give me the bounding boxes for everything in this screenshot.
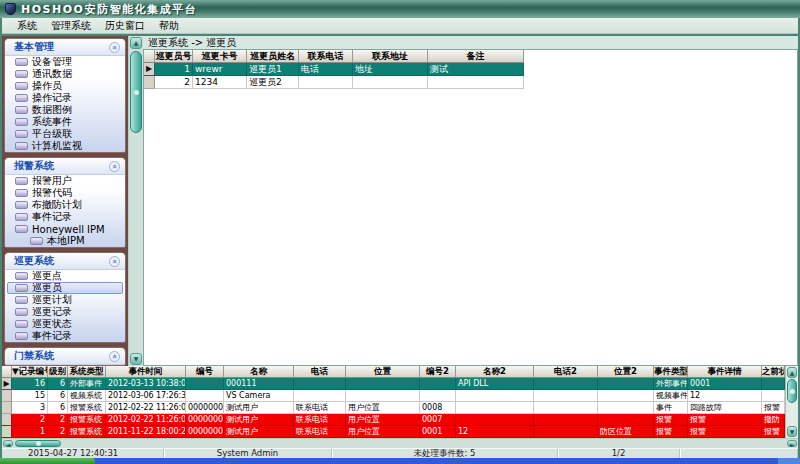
event-cell[interactable]: 报警 bbox=[688, 426, 762, 438]
patrol-cell[interactable]: 巡更员2 bbox=[247, 76, 299, 89]
scroll-right-icon[interactable]: ► bbox=[787, 440, 797, 447]
event-cell[interactable] bbox=[762, 378, 785, 390]
event-cell[interactable]: 联系电话 bbox=[294, 426, 346, 438]
patrol-row-selector[interactable] bbox=[144, 76, 155, 89]
patrol-column-header[interactable]: 备注 bbox=[428, 50, 524, 63]
events-scroll-thumb[interactable] bbox=[787, 379, 797, 403]
patrol-cell[interactable]: 地址 bbox=[353, 63, 428, 76]
event-cell[interactable]: 报警 bbox=[654, 426, 688, 438]
taskbar-tray[interactable] bbox=[778, 458, 800, 464]
event-cell[interactable]: 2012-02-22 11:26:02 bbox=[106, 402, 186, 414]
events-hscroll-thumb[interactable] bbox=[15, 440, 61, 447]
event-cell[interactable]: 视频事件 bbox=[654, 390, 688, 402]
event-cell[interactable] bbox=[534, 378, 598, 390]
event-cell[interactable]: 2012-03-13 10:38:04 bbox=[106, 378, 186, 390]
menu-item[interactable]: 管理系统 bbox=[44, 18, 98, 34]
sidebar-scroll-thumb[interactable] bbox=[130, 51, 142, 133]
sidebar-item[interactable]: 本地IPM bbox=[7, 235, 123, 247]
event-cell[interactable] bbox=[534, 390, 598, 402]
menu-item[interactable]: 帮助 bbox=[152, 18, 186, 34]
sidebar-item[interactable]: 计算机监视 bbox=[7, 140, 123, 152]
event-row-selector[interactable] bbox=[2, 390, 12, 402]
patrol-column-header[interactable]: 联系电话 bbox=[299, 50, 353, 63]
event-cell[interactable] bbox=[294, 378, 346, 390]
event-cell[interactable]: 2012-02-22 11:26:02 bbox=[106, 414, 186, 426]
event-cell[interactable]: 16 bbox=[12, 378, 48, 390]
sidebar-item[interactable]: 巡更点 bbox=[7, 270, 123, 282]
patrol-cell[interactable] bbox=[428, 76, 524, 89]
event-cell[interactable]: 000111 bbox=[224, 378, 294, 390]
event-cell[interactable]: 报警系统 bbox=[68, 414, 106, 426]
title-bar[interactable]: HOSHOO安防智能化集成平台 bbox=[0, 0, 800, 18]
menu-item[interactable]: 系统 bbox=[10, 18, 44, 34]
events-hscrollbar[interactable]: ◄ ► bbox=[2, 438, 798, 448]
event-column-header[interactable]: 电话 bbox=[294, 366, 346, 378]
event-cell[interactable] bbox=[534, 414, 598, 426]
event-cell[interactable]: 报警 bbox=[688, 414, 762, 426]
event-cell[interactable]: 0008 bbox=[420, 402, 456, 414]
event-cell[interactable]: 00000003 bbox=[186, 426, 224, 438]
event-cell[interactable]: 3 bbox=[12, 402, 48, 414]
event-cell[interactable]: 6 bbox=[48, 378, 68, 390]
patrol-cell[interactable]: wrewr bbox=[193, 63, 247, 76]
event-cell[interactable] bbox=[456, 402, 534, 414]
patrol-cell[interactable]: 电话 bbox=[299, 63, 353, 76]
event-cell[interactable]: 联系电话 bbox=[294, 402, 346, 414]
event-cell[interactable]: 12 bbox=[688, 390, 762, 402]
patrol-column-header[interactable]: 巡更卡号 bbox=[193, 50, 247, 63]
event-cell[interactable] bbox=[186, 378, 224, 390]
event-column-header[interactable]: 事件时间 bbox=[106, 366, 186, 378]
event-cell[interactable] bbox=[420, 378, 456, 390]
patrol-cell[interactable]: 巡更员1 bbox=[247, 63, 299, 76]
collapse-icon[interactable]: « bbox=[109, 351, 120, 362]
sidebar-item[interactable]: 通讯数据 bbox=[7, 68, 123, 80]
event-cell[interactable]: 测试用户 bbox=[224, 414, 294, 426]
event-cell[interactable]: 测试用户 bbox=[224, 402, 294, 414]
event-column-header[interactable]: 编号 bbox=[186, 366, 224, 378]
event-cell[interactable]: VS Camera bbox=[224, 390, 294, 402]
event-cell[interactable]: 视频系统 bbox=[68, 390, 106, 402]
event-column-header[interactable]: 之前状 bbox=[762, 366, 785, 378]
event-cell[interactable]: 2011-11-22 18:00:27 bbox=[106, 426, 186, 438]
patrol-cell[interactable] bbox=[353, 76, 428, 89]
event-cell[interactable]: 防区位置 bbox=[598, 426, 654, 438]
event-cell[interactable]: 15 bbox=[12, 390, 48, 402]
event-cell[interactable] bbox=[186, 390, 224, 402]
event-cell[interactable]: 用户位置 bbox=[346, 402, 420, 414]
os-taskbar[interactable] bbox=[0, 458, 800, 464]
event-column-header[interactable]: 名称2 bbox=[456, 366, 534, 378]
event-cell[interactable]: 用户位置 bbox=[346, 426, 420, 438]
event-cell[interactable] bbox=[534, 402, 598, 414]
patrol-cell[interactable]: 2 bbox=[155, 76, 193, 89]
sidebar-section-header[interactable]: 基本管理« bbox=[5, 39, 125, 56]
event-cell[interactable] bbox=[456, 390, 534, 402]
event-cell[interactable]: 报警 bbox=[762, 402, 785, 414]
event-cell[interactable]: 0007 bbox=[420, 414, 456, 426]
event-cell[interactable] bbox=[346, 378, 420, 390]
event-cell[interactable] bbox=[598, 402, 654, 414]
patrol-cell[interactable]: 1234 bbox=[193, 76, 247, 89]
event-column-header[interactable]: 名称 bbox=[224, 366, 294, 378]
sidebar-section-header[interactable]: 门禁系统« bbox=[5, 348, 125, 365]
event-column-header[interactable]: 系统类型 bbox=[68, 366, 106, 378]
event-cell[interactable]: 2 bbox=[48, 426, 68, 438]
event-cell[interactable]: 外部事件 bbox=[68, 378, 106, 390]
scroll-up-icon[interactable]: ▲ bbox=[787, 367, 797, 378]
event-column-header[interactable]: 事件详情 bbox=[688, 366, 762, 378]
event-cell[interactable] bbox=[534, 426, 598, 438]
event-cell[interactable] bbox=[346, 390, 420, 402]
patrol-column-header[interactable]: 巡更员姓名 bbox=[247, 50, 299, 63]
patrol-row-selector[interactable]: ▶ bbox=[144, 63, 155, 76]
event-column-header[interactable]: 电话2 bbox=[534, 366, 598, 378]
event-cell[interactable]: 测试用户 bbox=[224, 426, 294, 438]
patrol-cell[interactable] bbox=[299, 76, 353, 89]
events-vscrollbar[interactable]: ▲ ▼ bbox=[785, 366, 798, 438]
event-cell[interactable]: 报警系统 bbox=[68, 402, 106, 414]
event-column-header[interactable]: 级别 bbox=[48, 366, 68, 378]
scroll-down-icon[interactable]: ▼ bbox=[130, 353, 142, 365]
scroll-left-icon[interactable]: ◄ bbox=[3, 440, 13, 447]
scroll-up-icon[interactable]: ▲ bbox=[130, 37, 142, 49]
event-cell[interactable]: 0001 bbox=[420, 426, 456, 438]
event-cell[interactable]: 12 bbox=[456, 426, 534, 438]
sidebar-item[interactable]: 事件记录 bbox=[7, 330, 123, 342]
